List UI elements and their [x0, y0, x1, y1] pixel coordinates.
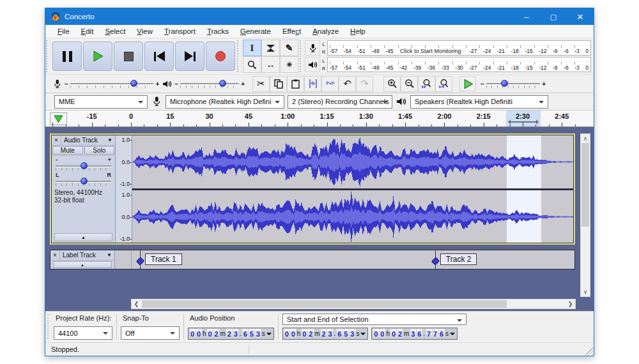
playback-device-select[interactable]: Speakers (Realtek High Definiti [410, 95, 548, 109]
toolbar-grip[interactable] [300, 40, 304, 72]
track-menu-icon[interactable]: ▼ [107, 137, 112, 143]
menu-item-select[interactable]: Select [99, 27, 131, 35]
envelope-tool-button[interactable] [261, 40, 280, 56]
label-text[interactable]: Track 1 [145, 254, 182, 265]
redo-button[interactable]: ↷ [356, 76, 373, 92]
record-meter-mic-icon[interactable] [305, 40, 320, 56]
pan-thumb[interactable] [81, 178, 88, 185]
snap-to-select[interactable]: Off [121, 326, 180, 340]
skip-to-start-button[interactable] [144, 42, 174, 71]
track-menu-icon[interactable]: ▼ [107, 252, 112, 258]
menu-item-generate[interactable]: Generate [235, 27, 277, 35]
audio-track-close-button[interactable]: × [52, 135, 61, 145]
waveform-canvas[interactable] [132, 190, 573, 243]
recording-device-select[interactable]: Microphone (Realtek High Defini [166, 95, 284, 109]
project-rate-select[interactable]: 44100 [54, 326, 112, 340]
menu-item-view[interactable]: View [131, 27, 158, 35]
selection-tool-button[interactable]: I [243, 40, 261, 56]
menu-item-analyze[interactable]: Analyze [307, 27, 344, 35]
paste-button[interactable] [287, 76, 304, 92]
vertical-scrollbar[interactable]: ∧ ∨ [580, 133, 590, 297]
timeline-ruler[interactable]: -1501530451:001:151:301:452:002:152:302:… [45, 110, 594, 127]
track-collapse-button[interactable]: ▲ [54, 233, 112, 241]
fit-project-button[interactable] [435, 76, 452, 92]
vertical-scale-ruler[interactable]: 1.00.0-1.0 1.00.0-1.0 [116, 135, 132, 243]
label-handle[interactable] [431, 257, 440, 265]
play-speed-slider[interactable]: − + [479, 77, 548, 91]
fit-selection-button[interactable] [418, 76, 435, 92]
zoom-tool-button[interactable] [243, 56, 261, 73]
trim-audio-button[interactable] [304, 76, 321, 92]
gain-thumb[interactable] [81, 162, 88, 169]
horizontal-scrollbar[interactable]: ❮ ❯ [131, 299, 576, 309]
menu-item-transport[interactable]: Transport [158, 27, 201, 35]
draw-tool-button[interactable]: ✎ [280, 40, 298, 56]
recording-volume-slider[interactable]: − + [63, 77, 161, 91]
audio-position-control[interactable]: 00h02m23.653s [188, 328, 274, 340]
stop-button[interactable] [114, 42, 143, 71]
timeline-selection-arrows[interactable] [510, 121, 537, 123]
monitoring-overlay[interactable]: Click to Start Monitoring [399, 48, 463, 55]
cut-button[interactable]: ✂ [252, 76, 270, 92]
label-text[interactable]: Track 2 [440, 254, 477, 265]
gain-slider[interactable]: - + [56, 156, 111, 171]
play-speed-thumb[interactable] [501, 80, 508, 87]
silence-audio-button[interactable] [321, 76, 339, 92]
pause-button[interactable] [52, 42, 82, 71]
close-button[interactable]: ✕ [567, 8, 594, 25]
recording-channels-select[interactable]: 2 (Stereo) Recording Channels [288, 95, 392, 109]
pan-slider[interactable]: L R [56, 172, 111, 186]
play-meter-speaker-icon[interactable] [305, 57, 320, 72]
label-track-title[interactable]: Label Track ▼ [60, 252, 114, 259]
minimize-button[interactable]: – [513, 8, 540, 25]
audio-track-title[interactable]: Audio Track ▼ [61, 137, 115, 144]
selection-mode-select[interactable]: Start and End of Selection [282, 314, 466, 325]
audio-host-select[interactable]: MME [54, 95, 148, 109]
label-handle[interactable] [136, 257, 144, 265]
vscroll-thumb[interactable] [581, 143, 589, 227]
playback-meter-scale[interactable]: -57-54-51-48-45-42-39-36-33-30-27-24-21-… [327, 57, 591, 72]
hscroll-thumb[interactable] [142, 300, 507, 308]
toolbar-grip[interactable] [46, 40, 50, 72]
record-button[interactable] [206, 42, 235, 71]
zoom-out-button[interactable] [401, 76, 418, 92]
label-track-collapse-button[interactable]: ▲ [53, 261, 112, 268]
window-resize-grip[interactable] [585, 347, 593, 355]
selection-start-control[interactable]: 00h02m23.653s [282, 328, 369, 340]
undo-button[interactable]: ↶ [339, 76, 356, 92]
play-at-speed-button[interactable] [459, 76, 476, 91]
maximize-button[interactable]: ▢ [540, 8, 567, 25]
toolbar-grip[interactable] [47, 314, 52, 339]
menu-item-file[interactable]: File [52, 27, 75, 35]
label-track-content[interactable]: Track 1Track 2 [132, 250, 574, 269]
toolbar-grip[interactable] [237, 40, 242, 72]
scroll-down-arrow[interactable]: ∨ [581, 287, 590, 296]
playback-meter[interactable]: LR -57-54-51-48-45-42-39-36-33-30-27-24-… [305, 57, 591, 72]
mute-button[interactable]: Mute [52, 146, 83, 155]
scroll-up-arrow[interactable]: ∧ [581, 134, 590, 143]
label-track[interactable]: × Label Track ▼ ▲ Track 1Track 2 [50, 250, 575, 269]
skip-to-end-button[interactable] [175, 42, 204, 71]
waveform-canvas[interactable] [132, 135, 573, 188]
waveform-channel-left[interactable] [132, 135, 573, 188]
recording-meter-scale[interactable]: -57-54-51-48-45-42-39-36-33-30-27-24-21-… [327, 40, 591, 56]
solo-button[interactable]: Solo [84, 146, 115, 155]
audio-track[interactable]: × Audio Track ▼ Mute Solo - + [50, 133, 575, 245]
waveform-channel-right[interactable] [132, 190, 573, 243]
play-button[interactable] [83, 42, 112, 71]
scroll-right-arrow[interactable]: ❯ [566, 300, 575, 308]
playback-volume-slider[interactable]: − + [173, 77, 247, 91]
selection-end-control[interactable]: 00h02m36.776s [371, 328, 458, 340]
zoom-in-button[interactable] [383, 76, 401, 92]
audio-track-panel[interactable]: × Audio Track ▼ Mute Solo - + [52, 135, 116, 243]
menu-item-effect[interactable]: Effect [277, 27, 307, 35]
scroll-left-arrow[interactable]: ❮ [132, 300, 141, 308]
recording-meter[interactable]: LR -57-54-51-48-45-42-39-36-33-30-27-24-… [305, 40, 591, 56]
multi-tool-button[interactable]: ✳ [280, 56, 298, 73]
time-shift-tool-button[interactable]: ↔ [261, 56, 280, 73]
label-track-close-button[interactable]: × [50, 250, 60, 260]
copy-button[interactable] [270, 76, 287, 92]
label-track-panel[interactable]: × Label Track ▼ ▲ [50, 250, 115, 269]
menu-item-tracks[interactable]: Tracks [201, 27, 235, 35]
menu-item-edit[interactable]: Edit [75, 27, 100, 35]
